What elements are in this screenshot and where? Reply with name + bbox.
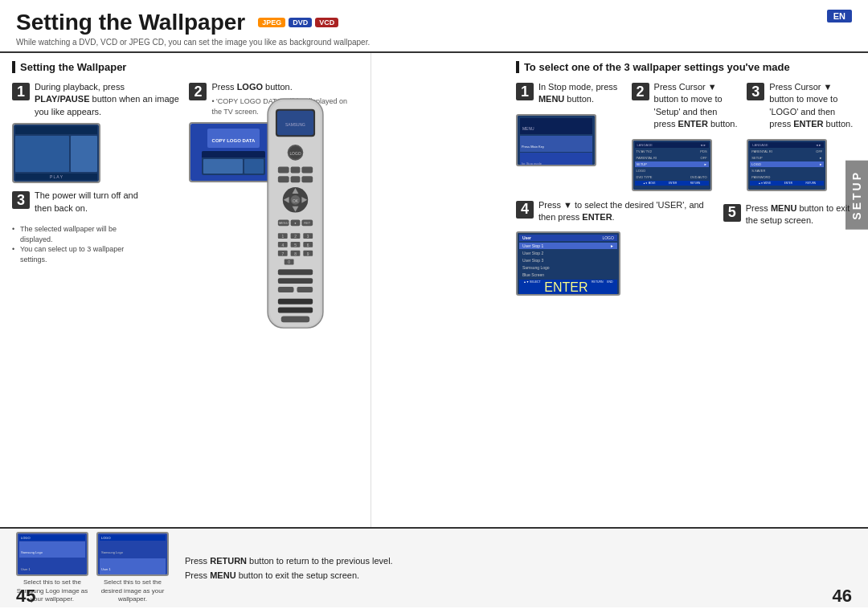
bottom-note1: Press RETURN button to return to the pre… — [185, 556, 852, 566]
svg-text:1: 1 — [281, 235, 284, 239]
svg-rect-13 — [301, 176, 313, 182]
step2-text: Press LOGO button. — [211, 81, 358, 93]
right-step2-screen: LANGAGE◄► TV AV TV2PDS PARENTAL RIOFF SE… — [632, 139, 712, 191]
svg-rect-53 — [281, 316, 309, 322]
svg-text:5: 5 — [294, 243, 297, 247]
bottom-note2: Press MENU button to exit the setup scre… — [185, 570, 852, 580]
svg-text:3: 3 — [307, 235, 309, 239]
svg-rect-10 — [301, 167, 313, 174]
dvd-badge: DVD — [289, 18, 312, 27]
right-step1-number: 1 — [516, 83, 534, 100]
svg-text:RET: RET — [304, 221, 310, 225]
svg-text:SAMSUNG: SAMSUNG — [285, 123, 305, 127]
title-area: Setting the Wallpaper JPEG DVD VCD While… — [16, 10, 370, 47]
main-title: Setting the Wallpaper JPEG DVD VCD — [16, 10, 370, 35]
svg-text:9: 9 — [307, 252, 309, 256]
right-step5-number: 5 — [723, 204, 741, 222]
svg-text:6: 6 — [307, 243, 309, 247]
right-step5-text: Press MENU button to exit the setup scre… — [746, 202, 856, 227]
step1-number: 1 — [12, 83, 30, 100]
step1-left: 1 During playback, press PLAY/PAUSE butt… — [12, 81, 181, 183]
bottom-screen2: LOGO Samsung Logo User 1 User 2 User 3 ▲… — [96, 532, 169, 576]
step3-notes: The selected wallpaper will be displayed… — [12, 224, 141, 264]
right-steps-row1: 1 In Stop mode, press MENU button. MENU … — [516, 81, 856, 191]
bullet-note-1: The selected wallpaper will be displayed… — [12, 224, 141, 244]
remote-control: SAMSUNG LOGO — [229, 97, 362, 337]
page-number-right: 46 — [833, 586, 852, 607]
right-step2-text: Press Cursor ▼ button to move to 'Setup'… — [654, 81, 741, 131]
svg-rect-11 — [278, 176, 289, 182]
right-panel: To select one of the 3 wallpaper setting… — [504, 53, 868, 527]
right-step1-screen: MENU Press Main Key for Stop mode — [516, 114, 596, 166]
svg-rect-51 — [278, 299, 313, 304]
right-step2-number: 2 — [632, 83, 649, 100]
right-steps-row2: 4 Press ▼ to select the desired 'USER', … — [516, 199, 856, 296]
svg-rect-9 — [291, 167, 301, 174]
right-step4: 4 Press ▼ to select the desired 'USER', … — [516, 199, 715, 296]
page-numbers: 45 46 — [0, 586, 868, 607]
right-step4-number: 4 — [516, 201, 534, 219]
right-step3-number: 3 — [747, 83, 764, 100]
right-step4-text: Press ▼ to select the desired 'USER', an… — [538, 199, 715, 224]
page-title: Setting the Wallpaper — [16, 10, 245, 35]
bottom-notes: Press RETURN button to return to the pre… — [185, 556, 852, 580]
page-header: Setting the Wallpaper JPEG DVD VCD While… — [0, 0, 868, 53]
svg-rect-49 — [278, 287, 294, 292]
jpeg-badge: JPEG — [258, 18, 285, 27]
svg-rect-47 — [278, 269, 313, 275]
step1-screen: P L A Y — [12, 123, 100, 183]
svg-text:4: 4 — [281, 243, 284, 247]
step2-number: 2 — [189, 83, 207, 100]
right-step1: 1 In Stop mode, press MENU button. MENU … — [516, 81, 625, 191]
svg-text:MENU: MENU — [279, 221, 289, 225]
step1-text: During playback, press PLAY/PAUSE button… — [35, 81, 181, 118]
svg-rect-50 — [297, 287, 313, 292]
svg-text:8: 8 — [294, 252, 297, 256]
step3-text: The power will turn off and then back on… — [35, 190, 141, 215]
right-step2: 2 Press Cursor ▼ button to move to 'Setu… — [632, 81, 741, 191]
left-panel: Setting the Wallpaper 1 During playback,… — [0, 53, 371, 527]
right-step3-screen: LANGAGE◄► PARENTAL RIOFF SETUP► LOGO► S.… — [747, 139, 827, 191]
right-step1-text: In Stop mode, press MENU button. — [538, 81, 625, 106]
right-step3: 3 Press Cursor ▼ button to move to 'LOGO… — [747, 81, 856, 191]
svg-text:OK: OK — [293, 199, 299, 203]
svg-text:LOGO: LOGO — [289, 152, 301, 156]
bottom-screen1: LOGO Samsung Logo User 1 User 2 User 3 ▲… — [16, 532, 88, 576]
svg-text:0: 0 — [288, 260, 290, 264]
left-section-title: Setting the Wallpaper — [12, 61, 358, 73]
svg-rect-8 — [278, 167, 289, 174]
vcd-badge: VCD — [315, 18, 338, 27]
svg-text:7: 7 — [281, 252, 284, 256]
subtitle: While watching a DVD, VCD or JPEG CD, yo… — [16, 38, 370, 47]
right-section-title: To select one of the 3 wallpaper setting… — [516, 61, 856, 73]
right-step4-screen: User LOGO User Stop 1► User Stop 2 User … — [516, 231, 620, 296]
lang-badge: EN — [827, 10, 852, 22]
svg-rect-48 — [278, 278, 313, 284]
svg-rect-12 — [291, 176, 301, 182]
badge-group: JPEG DVD VCD — [258, 18, 338, 27]
bullet-note-2: You can select up to 3 wallpaper setting… — [12, 244, 141, 264]
svg-text:2: 2 — [294, 235, 297, 239]
right-step3-text: Press Cursor ▼ button to move to 'LOGO' … — [769, 81, 856, 131]
page-number-left: 45 — [16, 586, 35, 607]
right-step5: 5 Press MENU button to exit the setup sc… — [723, 199, 856, 232]
svg-rect-52 — [278, 308, 313, 313]
step3-number: 3 — [12, 191, 30, 209]
